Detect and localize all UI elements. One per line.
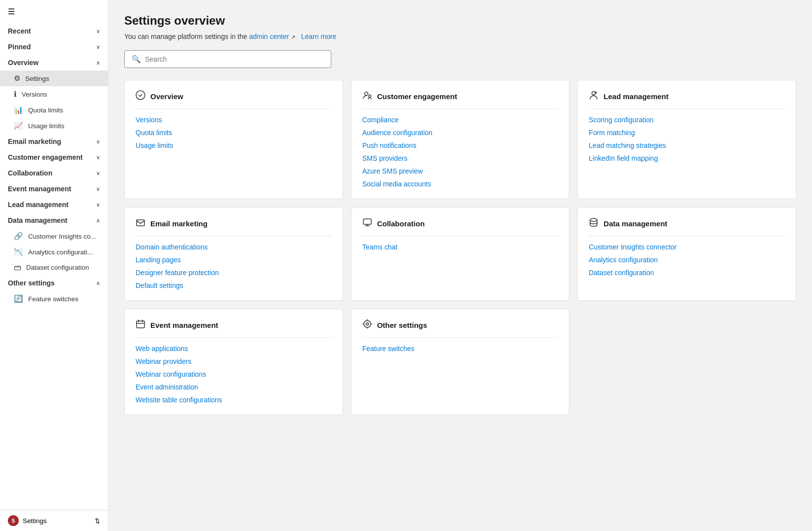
chevron-up-icon: ∧ — [96, 217, 100, 224]
card-link[interactable]: Audience configuration — [362, 129, 559, 137]
sidebar-item-analytics-config-label: Analytics configurati... — [28, 248, 93, 256]
chevron-down-icon: ∨ — [96, 44, 100, 50]
card-link[interactable]: Dataset configuration — [589, 269, 785, 277]
card-link[interactable]: Event administration — [136, 383, 332, 391]
card-header: Email marketing — [136, 217, 332, 236]
sidebar-item-customer-insights[interactable]: 🔗 Customer Insights co... — [0, 228, 108, 244]
card-link[interactable]: Form matching — [589, 129, 785, 137]
card-link[interactable]: Social media accounts — [362, 180, 559, 188]
page-title: Settings overview — [124, 14, 796, 28]
card-title: Data management — [603, 219, 667, 228]
card-customer-engagement: Customer engagement ComplianceAudience c… — [351, 80, 570, 199]
settings-icon: ⚙ — [14, 74, 20, 83]
sidebar-item-settings[interactable]: ⚙ Settings — [0, 71, 108, 86]
sidebar-data-management-header[interactable]: Data management ∧ — [0, 212, 108, 228]
search-icon: 🔍 — [132, 55, 141, 64]
sidebar-pinned-label: Pinned — [8, 43, 31, 51]
cards-grid: Overview VersionsQuota limitsUsage limit… — [124, 80, 796, 415]
sidebar-other-settings-header[interactable]: Other settings ∧ — [0, 275, 108, 291]
sort-icon: ⇅ — [95, 517, 100, 525]
card-link[interactable]: Teams chat — [362, 243, 559, 251]
card-link[interactable]: Default settings — [136, 282, 332, 289]
sidebar-item-quota-limits[interactable]: 📊 Quota limits — [0, 102, 108, 118]
sidebar-lead-management-label: Lead management — [8, 201, 69, 209]
card-title: Lead management — [603, 92, 669, 101]
chevron-down-icon: ∨ — [96, 170, 100, 177]
card-link[interactable]: Website table configurations — [136, 396, 332, 404]
sidebar-item-dataset-config-label: Dataset configuration — [26, 264, 89, 271]
card-link[interactable]: Quota limits — [136, 129, 332, 137]
sidebar-collaboration-header[interactable]: Collaboration ∨ — [0, 165, 108, 181]
sidebar-item-usage-limits[interactable]: 📈 Usage limits — [0, 118, 108, 134]
feature-switches-icon: 🔄 — [14, 294, 23, 303]
main-content: Settings overview You can manage platfor… — [108, 0, 812, 531]
card-link[interactable]: Compliance — [362, 116, 559, 124]
sidebar-event-management-header[interactable]: Event management ∨ — [0, 181, 108, 197]
chevron-up-icon: ∧ — [96, 60, 100, 66]
card-link[interactable]: Webinar configurations — [136, 370, 332, 378]
card-link[interactable]: Analytics configuration — [589, 256, 785, 264]
sidebar-pinned-header[interactable]: Pinned ∨ — [0, 39, 108, 55]
svg-rect-5 — [363, 219, 371, 224]
card-header: Other settings — [362, 319, 559, 338]
card-link[interactable]: Domain authentications — [136, 243, 332, 251]
chevron-down-icon: ∨ — [96, 154, 100, 161]
card-email-marketing: Email marketing Domain authenticationsLa… — [124, 207, 343, 301]
sidebar-other-settings-label: Other settings — [8, 279, 55, 287]
hamburger-icon: ☰ — [8, 7, 15, 16]
sidebar-item-feature-switches[interactable]: 🔄 Feature switches — [0, 291, 108, 307]
card-link[interactable]: Push notifications — [362, 142, 559, 149]
avatar: S — [8, 515, 19, 526]
chevron-down-icon: ∨ — [96, 186, 100, 192]
svg-point-0 — [136, 91, 145, 100]
sidebar-item-dataset-config[interactable]: 🗃 Dataset configuration — [0, 260, 108, 275]
card-link[interactable]: Landing pages — [136, 256, 332, 264]
card-header: Data management — [589, 217, 785, 236]
admin-center-link[interactable]: admin center — [249, 33, 289, 40]
sidebar-item-versions[interactable]: ℹ Versions — [0, 86, 108, 102]
sidebar-overview-header[interactable]: Overview ∧ — [0, 55, 108, 71]
search-input[interactable] — [145, 55, 324, 63]
card-title: Other settings — [377, 321, 427, 329]
sidebar-bottom-settings[interactable]: S Settings ⇅ — [0, 510, 108, 531]
card-link[interactable]: LinkedIn field mapping — [589, 154, 785, 162]
sidebar-recent-label: Recent — [8, 27, 31, 35]
card-header: Overview — [136, 90, 332, 109]
card-link[interactable]: Web applications — [136, 345, 332, 353]
sidebar-item-customer-insights-label: Customer Insights co... — [28, 233, 96, 240]
other-settings-icon — [362, 319, 372, 331]
svg-point-8 — [366, 323, 368, 325]
sidebar-data-management-label: Data management — [8, 216, 68, 224]
sidebar-customer-engagement-header[interactable]: Customer engagement ∨ — [0, 149, 108, 165]
card-link[interactable]: Azure SMS preview — [362, 167, 559, 175]
card-link[interactable]: Scoring configuration — [589, 116, 785, 124]
hamburger-button[interactable]: ☰ — [0, 0, 108, 23]
learn-more-link[interactable]: Learn more — [301, 33, 337, 40]
sidebar-item-analytics-config[interactable]: 📉 Analytics configurati... — [0, 244, 108, 260]
card-link[interactable]: Webinar providers — [136, 357, 332, 365]
card-overview: Overview VersionsQuota limitsUsage limit… — [124, 80, 343, 199]
customer-engagement-icon — [362, 90, 372, 103]
card-link[interactable]: Lead matching strategies — [589, 142, 785, 149]
card-link[interactable]: SMS providers — [362, 154, 559, 162]
sidebar-email-marketing-header[interactable]: Email marketing ∨ — [0, 134, 108, 149]
card-title: Collaboration — [377, 219, 425, 228]
card-link[interactable]: Customer Insights connector — [589, 243, 785, 251]
sidebar-lead-management-header[interactable]: Lead management ∨ — [0, 197, 108, 212]
card-title: Customer engagement — [377, 92, 458, 101]
chevron-down-icon: ∨ — [96, 202, 100, 208]
card-header: Collaboration — [362, 217, 559, 236]
card-link[interactable]: Versions — [136, 116, 332, 124]
sidebar-bottom-left: S Settings — [8, 515, 47, 526]
sidebar-recent-header[interactable]: Recent ∨ — [0, 23, 108, 39]
card-link[interactable]: Feature switches — [362, 345, 559, 353]
card-title: Email marketing — [150, 219, 208, 228]
card-event-management: Event management Web applicationsWebinar… — [124, 309, 343, 415]
card-header: Event management — [136, 319, 332, 338]
analytics-icon: 📉 — [14, 248, 23, 256]
sidebar-bottom-label: Settings — [23, 517, 47, 525]
sidebar: ☰ Recent ∨ Pinned ∨ Overview ∧ ⚙ Setting… — [0, 0, 108, 531]
card-link[interactable]: Usage limits — [136, 142, 332, 149]
card-link[interactable]: Designer feature protection — [136, 269, 332, 277]
subtitle: You can manage platform settings in the … — [124, 33, 796, 40]
